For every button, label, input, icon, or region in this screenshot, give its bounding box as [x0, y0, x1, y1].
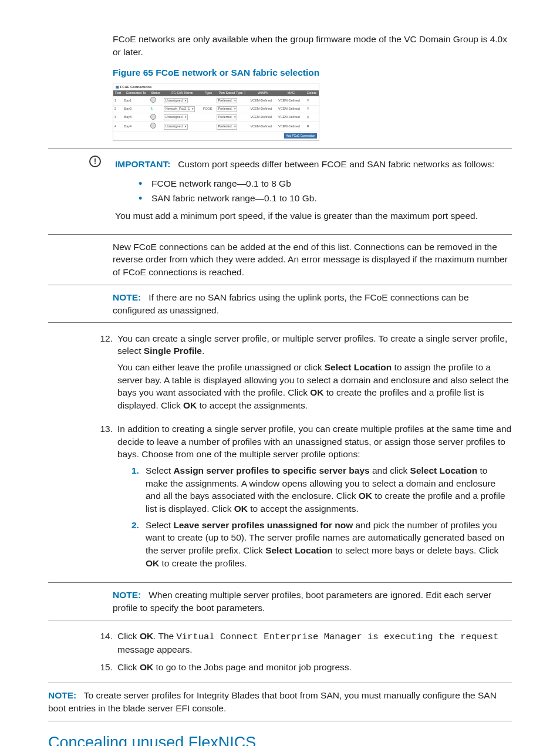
step-13: 13. In addition to creating a single ser… [95, 423, 512, 573]
divider [48, 285, 512, 285]
note-block: NOTE: To create server profiles for Inte… [48, 689, 512, 714]
divider [48, 148, 512, 148]
important-block: ! IMPORTANT: Custom port speeds differ b… [89, 154, 512, 228]
section-heading: Concealing unused FlexNICS [48, 732, 512, 746]
divider [48, 234, 512, 235]
intro-paragraph: FCoE networks are only available when th… [113, 33, 512, 58]
note-block: NOTE: If there are no SAN fabrics using … [113, 291, 512, 316]
divider [48, 683, 512, 683]
new-connections-paragraph: New FCoE connections can be added at the… [113, 241, 512, 279]
substep-1: 1. Select Assign server profiles to spec… [131, 464, 512, 515]
note-block: NOTE: When creating multiple server prof… [113, 589, 512, 614]
important-icon: ! [89, 156, 101, 167]
step-12: 12. You can create a single server profi… [95, 332, 512, 418]
step-15: 15. Click OK to go to the Jobs page and … [95, 661, 512, 674]
figure-screenshot: ▦ FCoE Connections PortConnected ToStatu… [113, 83, 319, 141]
divider [48, 582, 512, 583]
bullet-san-range: SAN fabric network range—0.1 to 10 Gb. [139, 191, 494, 206]
divider [48, 620, 512, 620]
important-label: IMPORTANT: [115, 159, 170, 169]
figure-caption: Figure 65 FCoE network or SAN fabric sel… [113, 66, 512, 79]
bullet-fcoe-range: FCOE network range—0.1 to 8 Gb [139, 177, 494, 191]
step-14: 14. Click OK. The Virtual Connect Enterp… [95, 630, 512, 656]
substep-2: 2. Select Leave server profiles unassign… [131, 519, 512, 570]
divider [48, 322, 512, 323]
important-tail: You must add a minimum port speed, if th… [115, 210, 494, 222]
divider [48, 721, 512, 721]
important-lead: Custom port speeds differ between FCOE a… [178, 159, 494, 169]
